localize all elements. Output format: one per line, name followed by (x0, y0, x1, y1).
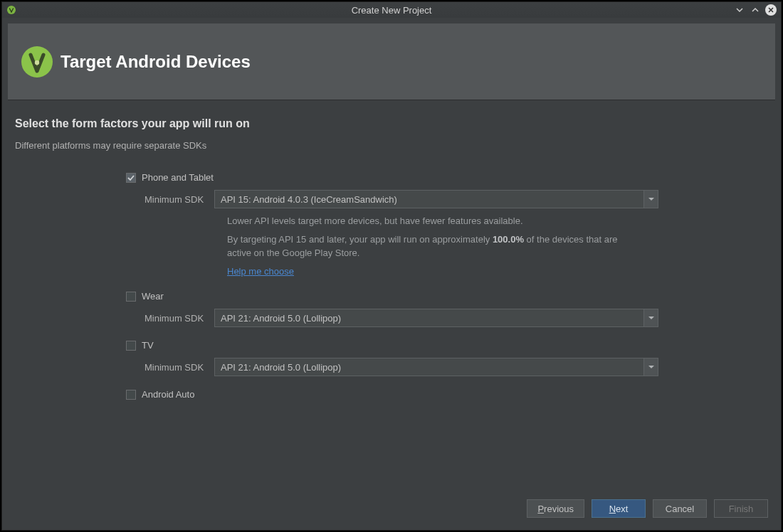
checkbox-tv[interactable] (126, 341, 136, 351)
chevron-down-icon[interactable] (643, 191, 658, 208)
wear-sdk-value: API 21: Android 5.0 (Lollipop) (215, 309, 643, 326)
titlebar: Create New Project (2, 2, 781, 18)
android-studio-icon (6, 5, 16, 15)
android-studio-logo-icon (16, 41, 58, 83)
wear-sdk-label: Minimum SDK (144, 313, 209, 324)
svg-point-2 (35, 60, 39, 64)
checkbox-wear[interactable] (126, 292, 136, 302)
phone-sdk-hint: Lower API levels target more devices, bu… (227, 214, 626, 278)
wizard-footer: Previous Next Cancel Finish (2, 494, 781, 530)
section-heading: Select the form factors your app will ru… (15, 117, 768, 130)
phone-sdk-combo[interactable]: API 15: Android 4.0.3 (IceCreamSandwich) (214, 190, 658, 208)
previous-button[interactable]: Previous (527, 499, 584, 518)
checkbox-android-auto-label: Android Auto (142, 389, 194, 400)
chevron-down-icon[interactable] (643, 358, 658, 376)
cancel-button[interactable]: Cancel (653, 499, 707, 518)
tv-sdk-combo[interactable]: API 21: Android 5.0 (Lollipop) (214, 358, 658, 376)
close-button[interactable] (765, 4, 777, 16)
checkbox-android-auto[interactable] (126, 390, 136, 400)
checkbox-phone-tablet[interactable] (126, 173, 136, 183)
section-subtitle: Different platforms may require separate… (15, 140, 768, 151)
window-title: Create New Project (2, 5, 781, 16)
chevron-down-icon[interactable] (643, 309, 658, 326)
help-me-choose-link[interactable]: Help me choose (227, 266, 294, 277)
phone-sdk-coverage-pct: 100.0% (493, 234, 524, 245)
maximize-button[interactable] (750, 4, 761, 16)
checkbox-wear-label: Wear (142, 291, 164, 302)
checkbox-tv-label: TV (142, 340, 154, 351)
phone-sdk-hint-line1: Lower API levels target more devices, bu… (227, 214, 626, 228)
finish-button: Finish (714, 499, 768, 518)
wear-sdk-combo[interactable]: API 21: Android 5.0 (Lollipop) (214, 309, 658, 327)
phone-sdk-hint-line2: By targeting API 15 and later, your app … (227, 233, 626, 260)
dialog-window: Create New Project (1, 1, 782, 531)
phone-sdk-label: Minimum SDK (144, 194, 209, 205)
tv-sdk-value: API 21: Android 5.0 (Lollipop) (215, 358, 643, 376)
tv-sdk-label: Minimum SDK (144, 362, 209, 373)
checkbox-phone-tablet-label: Phone and Tablet (142, 172, 214, 183)
phone-sdk-value: API 15: Android 4.0.3 (IceCreamSandwich) (215, 191, 643, 208)
wizard-banner: Target Android Devices (8, 23, 775, 100)
wizard-content: Select the form factors your app will ru… (2, 100, 781, 494)
next-button[interactable]: Next (592, 499, 646, 518)
minimize-button[interactable] (734, 4, 745, 16)
wizard-title: Target Android Devices (61, 52, 251, 72)
